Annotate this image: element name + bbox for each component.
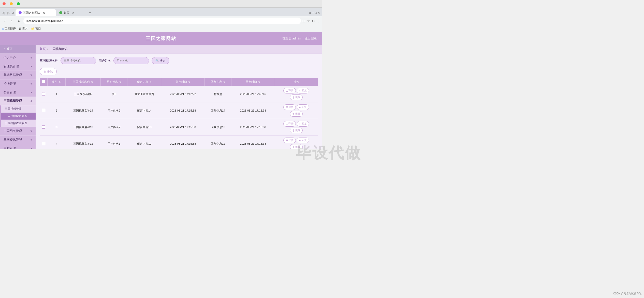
- delete-btn-1[interactable]: 🗑 删除: [290, 111, 303, 117]
- nav-back-btn[interactable]: ‹: [2, 18, 8, 24]
- tab-ctrl-1[interactable]: ⊐: [309, 11, 311, 15]
- reply-icon-1: ↩: [299, 106, 301, 109]
- sidebar-item-news[interactable]: 三国资讯管理 ∨: [0, 136, 36, 144]
- tab-ctrl-minimize[interactable]: ─: [312, 11, 314, 14]
- row-comment-time-1: 2023-03-21 17:15:38: [161, 102, 205, 119]
- sidebar-home[interactable]: ⌂ 首页: [0, 45, 36, 53]
- table-row: 4 三国视频名称12 用户姓名1 留言内容12 2023-03-21 17:15…: [40, 136, 318, 149]
- sidebar-item-admin[interactable]: 管理员管理 ∨: [0, 62, 36, 71]
- tab2-close-icon[interactable]: ✕: [72, 11, 74, 15]
- batch-delete-btn[interactable]: 🗑 删除: [40, 68, 57, 75]
- sidebar-item-notice[interactable]: 公告管理 ∨: [0, 88, 36, 97]
- detail-btn-0[interactable]: ☰ 详情: [283, 88, 296, 93]
- search-btn[interactable]: 🔍 查询: [152, 57, 169, 64]
- reply-btn-1[interactable]: ↩ 回复: [297, 104, 309, 110]
- search-bar: 三国视频名称 用户姓名 🔍 查询: [40, 57, 318, 64]
- arrow-icon-article: ∨: [30, 130, 32, 132]
- tab-sanguo[interactable]: 三国之家网站 ✕: [16, 9, 56, 16]
- row-checkbox-0[interactable]: [42, 92, 45, 96]
- nav-forward-btn[interactable]: ›: [9, 18, 15, 24]
- row-video-name-1: 三国视频名称14: [66, 102, 101, 119]
- bookmarks-bar: A 百度翻译 🖼 图片 📁 项目: [0, 25, 322, 32]
- detail-btn-3[interactable]: ☰ 详情: [283, 138, 296, 143]
- sidebar-item-personal[interactable]: 个人中心 ∨: [0, 53, 36, 62]
- star-icon[interactable]: ☆: [307, 19, 310, 23]
- row-comment-1: 留言内容14: [127, 102, 161, 119]
- detail-btn-2[interactable]: ☰ 详情: [283, 121, 296, 127]
- delete-icon: 🗑: [43, 70, 46, 73]
- forward-icon[interactable]: ▷: [7, 11, 10, 15]
- tab1-close-icon[interactable]: ✕: [42, 11, 45, 15]
- sort-reply-icon[interactable]: ⇅: [223, 81, 225, 83]
- bookmark-project[interactable]: 📁 项目: [31, 27, 41, 31]
- tab-ctrl-close[interactable]: ✕: [318, 11, 320, 15]
- reply-btn-2[interactable]: ↩ 回复: [297, 121, 309, 127]
- bookmark-images[interactable]: 🖼 图片: [19, 27, 28, 31]
- sidebar-item-forum[interactable]: 论坛管理 ∨: [0, 79, 36, 88]
- close-btn[interactable]: [3, 2, 6, 5]
- th-reply-label: 回复内容: [211, 80, 222, 83]
- globe-icon[interactable]: ⊕: [12, 11, 14, 15]
- profile-icon[interactable]: ⊙: [312, 19, 315, 23]
- user-name-input[interactable]: [113, 57, 149, 64]
- row-id-1: 2: [47, 102, 66, 119]
- minimize-btn[interactable]: [10, 2, 13, 5]
- detail-icon-0: ☰: [286, 89, 288, 92]
- row-comment-2: 留言内容13: [127, 119, 161, 136]
- row-checkbox-3[interactable]: [42, 142, 45, 145]
- reply-icon-3: ↩: [299, 139, 301, 142]
- tab-ctrl-maximize[interactable]: □: [315, 11, 317, 14]
- sort-video-icon[interactable]: ⇅: [91, 81, 93, 83]
- window-controls: [0, 0, 322, 8]
- row-user-name-2: 用户姓名2: [101, 119, 127, 136]
- nav-refresh-btn[interactable]: ↻: [16, 18, 22, 24]
- row-checkbox-1[interactable]: [42, 109, 45, 112]
- row-checkbox-2[interactable]: [42, 125, 45, 129]
- bookmark-translate[interactable]: A 百度翻译: [2, 27, 16, 31]
- sort-user-icon[interactable]: ⇅: [119, 81, 121, 83]
- dropdown-video-comment[interactable]: 三国视频留言管理: [1, 113, 36, 120]
- search-btn-label: 查询: [160, 59, 166, 63]
- delete-btn-3[interactable]: 🗑 删除: [290, 144, 303, 149]
- row-action-group-0: ☰ 详情 ↩ 回复: [283, 88, 309, 93]
- maximize-btn[interactable]: [17, 2, 20, 5]
- sidebar: ⌂ 首页 个人中心 ∨ 管理员管理 ∨ 基础数据管理 ∨ 论坛管理 ∨ 公告管理…: [0, 45, 36, 149]
- row-comment-time-3: 2023-03-21 17:15:38: [161, 136, 205, 149]
- video-name-input[interactable]: [61, 57, 96, 64]
- dropdown-video-list[interactable]: 三国视频管理: [1, 105, 36, 113]
- cast-icon[interactable]: ⊡: [302, 19, 305, 23]
- breadcrumb-home[interactable]: 首页: [40, 47, 46, 51]
- new-tab-btn[interactable]: +: [87, 9, 93, 16]
- tab-home[interactable]: 首页 ✕: [56, 9, 87, 16]
- extension-icon[interactable]: ⋮: [316, 19, 320, 23]
- logout-btn[interactable]: 退出登录: [305, 36, 317, 41]
- sort-id-icon[interactable]: ⇅: [59, 81, 61, 83]
- row-delete-group-0: 🗑 删除: [290, 94, 303, 100]
- reply-btn-3[interactable]: ↩ 回复: [297, 138, 309, 143]
- row-checkbox-cell: [40, 86, 47, 102]
- dropdown-video-collect[interactable]: 三国视频收藏管理: [1, 120, 36, 127]
- address-input[interactable]: [23, 18, 301, 24]
- sort-ctime-icon[interactable]: ⇅: [188, 81, 190, 83]
- select-all-checkbox[interactable]: [42, 80, 45, 83]
- sidebar-item-video[interactable]: 三国视频管理 ∧: [0, 97, 36, 105]
- reply-btn-0[interactable]: ↩ 回复: [297, 88, 309, 93]
- back-icon[interactable]: ◁: [2, 11, 5, 15]
- table-body: 1 三国视系名称2 张5 烛大哥富高大贾 2023-03-21 17:42:22…: [40, 86, 318, 149]
- sort-rtime-icon[interactable]: ⇅: [258, 81, 260, 83]
- bookmark-project-label: 项目: [35, 27, 41, 31]
- toolbar-icons: ⊡ ☆ ⊙ ⋮: [302, 19, 320, 23]
- delete-btn-0[interactable]: 🗑 删除: [290, 94, 303, 100]
- detail-btn-1[interactable]: ☰ 详情: [283, 104, 296, 110]
- sidebar-item-article[interactable]: 三国图文管理 ∨: [0, 127, 36, 136]
- sidebar-item-basic[interactable]: 基础数据管理 ∨: [0, 71, 36, 79]
- tab2-favicon: [59, 11, 62, 14]
- del-icon-1: 🗑: [292, 113, 295, 115]
- sidebar-notice-label: 公告管理: [4, 90, 16, 94]
- del-icon-0: 🗑: [292, 96, 295, 99]
- row-action-group-2: ☰ 详情 ↩ 回复: [283, 121, 309, 127]
- sort-comment-icon[interactable]: ⇅: [150, 81, 152, 83]
- delete-btn-2[interactable]: 🗑 删除: [290, 128, 303, 133]
- table-row: 1 三国视系名称2 张5 烛大哥富高大贾 2023-03-21 17:42:22…: [40, 86, 318, 102]
- sidebar-item-user[interactable]: 用户管理 ∨: [0, 144, 36, 149]
